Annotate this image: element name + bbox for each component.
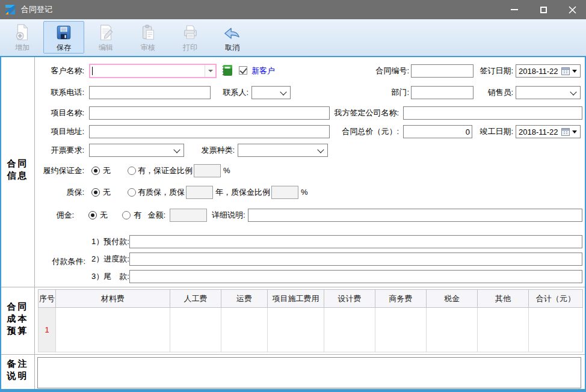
commission-detail-label: 详细说明: [212,209,245,222]
commission-none-radio[interactable] [88,211,97,219]
commission-amount-label: 金额: [144,209,165,222]
phone-input[interactable] [89,86,211,99]
invoice-req-label: 开票要求: [36,144,84,157]
minimize-button[interactable] [501,0,528,19]
payment-item-2-input[interactable] [129,253,582,266]
dept-input[interactable] [411,86,473,99]
finish-date-picker[interactable]: 2018-11-22 [516,125,581,138]
payment-item-3-input[interactable] [129,270,582,283]
col-seq: 序号 [39,290,56,308]
edit-button-label: 编辑 [99,43,113,53]
construction-cell[interactable] [268,308,324,352]
chevron-down-icon [570,88,576,95]
close-icon [569,6,576,14]
bond-label: 履约保证金: [30,164,84,177]
maximize-button[interactable] [529,0,557,19]
our-company-label: 我方签定公司名称: [325,106,399,120]
section-divider-2 [1,354,585,355]
salesman-select[interactable] [516,86,581,99]
bond-ratio-input[interactable] [194,164,221,177]
our-company-input[interactable] [403,106,582,120]
cancel-button[interactable]: 取消 [214,21,250,54]
sidebar-divider [34,57,35,389]
print-button[interactable]: 打印 [172,21,208,54]
customer-name-combobox[interactable] [89,64,217,78]
commission-label: 佣金: [36,209,74,222]
col-labor: 人工费 [170,290,221,308]
col-other: 其他 [478,290,529,308]
contact-select[interactable] [251,86,291,99]
add-document-icon [13,23,31,41]
chevron-down-icon [280,88,286,95]
labor-cell[interactable] [170,308,221,352]
bond-yes-radio[interactable] [128,167,136,175]
address-book-icon[interactable] [222,64,233,76]
dept-label: 部门: [361,86,409,99]
minimize-icon [511,9,518,10]
audit-clipboard-icon [139,23,157,41]
app-logo-icon [5,4,17,15]
tax-cell[interactable] [427,308,478,352]
toolbar: 增加 保存 编辑 [0,19,586,56]
warranty-none-label: 无 [103,186,111,199]
phone-label: 联系电话: [36,86,84,99]
col-business: 商务费 [375,290,427,308]
print-button-label: 打印 [183,43,197,53]
total-price-label: 合同总价（元）: [325,125,399,138]
save-floppy-icon [55,23,73,41]
other-cell[interactable] [478,308,529,352]
payment-item-3-label: 3）尾 款: [91,270,129,283]
bond-yes-label: 有，保证金比例 [138,164,193,177]
close-button[interactable] [558,0,586,19]
business-cell[interactable] [375,308,427,352]
chevron-down-icon [572,130,577,133]
warranty-unit-label: % [301,186,308,199]
calendar-icon [561,128,570,136]
payment-item-1-input[interactable] [129,235,582,248]
new-customer-checkbox[interactable] [239,66,247,75]
warranty-ratio-input[interactable] [271,186,298,199]
design-cell[interactable] [324,308,375,352]
save-button[interactable]: 保存 [43,21,84,54]
edit-button[interactable]: 编辑 [88,21,124,54]
section-label-cost-budget: 合同 成本 预算 [1,301,34,337]
audit-button[interactable]: 审核 [130,21,166,54]
bond-none-radio[interactable] [91,167,100,175]
freight-cell[interactable] [221,308,268,352]
warranty-none-radio[interactable] [91,188,100,197]
commission-yes-radio[interactable] [122,211,131,219]
contract-no-label: 合同编号: [361,64,409,78]
cost-budget-table: 序号 材料费 人工费 运费 项目施工费用 设计费 商务费 税金 其他 合计（元）… [38,289,583,352]
project-addr-input[interactable] [89,125,330,138]
warranty-yes-label: 有质保，质保 [138,186,185,199]
col-tax: 税金 [427,290,478,308]
undo-arrow-icon [223,23,241,41]
chevron-down-icon [208,70,213,72]
remarks-textarea[interactable] [37,357,581,388]
invoice-req-select[interactable] [89,144,184,157]
section-label-contract-info: 合同 信息 [1,158,34,182]
col-total: 合计（元） [529,290,583,308]
customer-name-label: 客户名称: [36,64,84,78]
contract-no-input[interactable] [411,64,473,78]
commission-detail-input[interactable] [248,209,582,222]
total-cell[interactable] [529,308,583,352]
material-cell[interactable] [56,308,170,352]
add-button[interactable]: 增加 [5,21,40,54]
project-name-input[interactable] [89,106,330,120]
check-icon [239,66,247,74]
commission-amount-input[interactable] [170,209,207,222]
chevron-down-icon [572,70,577,73]
new-customer-label: 新客户 [251,64,275,78]
warranty-yes-radio[interactable] [128,188,136,197]
save-button-label: 保存 [57,43,71,53]
combobox-dropdown-button[interactable] [205,65,215,77]
warranty-years-input[interactable] [186,186,213,199]
sign-date-picker[interactable]: 2018-11-22 [516,64,581,78]
total-price-input[interactable] [403,125,472,138]
col-construction: 项目施工费用 [268,290,324,308]
warranty-label: 质保: [36,186,84,199]
audit-button-label: 审核 [141,43,155,53]
table-row: 1 [39,308,583,352]
invoice-type-select[interactable] [238,144,328,157]
